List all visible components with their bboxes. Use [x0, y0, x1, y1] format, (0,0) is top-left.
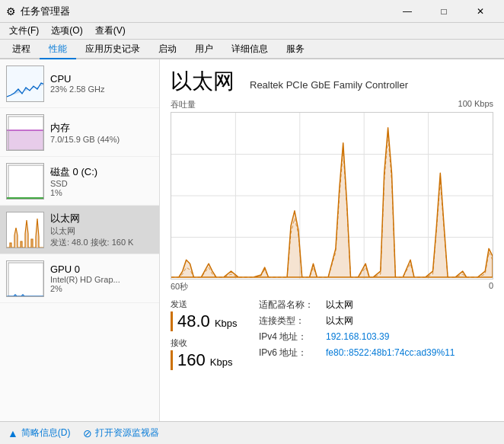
ipv4-row: IPv4 地址： 192.168.103.39: [259, 331, 493, 343]
ethernet-detail2: 发送: 48.0 接收: 160 K: [50, 237, 153, 248]
content-area: CPU 23% 2.58 GHz 内存 7.0/15.9 GB (44%): [0, 59, 504, 421]
collapse-link[interactable]: ▲ 简略信息(D): [8, 426, 71, 439]
monitor-icon: ⊘: [83, 427, 92, 439]
collapse-label: 简略信息(D): [21, 426, 71, 439]
gpu-mini-chart: [6, 260, 44, 297]
menu-file[interactable]: 文件(F): [3, 23, 45, 39]
tab-app-history[interactable]: 应用历史记录: [76, 40, 149, 59]
tabs-bar: 进程 性能 应用历史记录 启动 用户 详细信息 服务: [0, 40, 504, 59]
stats-column: 发送 48.0 Kbps 接收 160 Kbps: [171, 299, 247, 370]
ethernet-label: 以太网: [50, 212, 153, 225]
recv-label: 接收: [171, 337, 247, 349]
disk-detail2: 1%: [50, 188, 153, 197]
chart-time-right: 0: [489, 281, 493, 292]
adapter-name-row: 适配器名称： 以太网: [259, 299, 493, 311]
collapse-icon: ▲: [8, 427, 18, 439]
ipv6-row: IPv6 地址： fe80::8522:48b1:74cc:ad39%11: [259, 347, 493, 359]
disk-info: 磁盘 0 (C:) SSD 1%: [50, 165, 153, 197]
tab-services[interactable]: 服务: [277, 40, 314, 59]
cpu-info: CPU 23% 2.58 GHz: [50, 73, 153, 94]
bottom-bar: ▲ 简略信息(D) ⊘ 打开资源监视器: [0, 421, 504, 444]
stats-info-row: 发送 48.0 Kbps 接收 160 Kbps 适配器名称：: [171, 299, 493, 370]
sidebar-item-disk[interactable]: 磁盘 0 (C:) SSD 1%: [0, 157, 159, 206]
conn-type-row: 连接类型： 以太网: [259, 315, 493, 327]
chart-label-row: 吞吐量 100 Kbps: [171, 99, 493, 110]
tab-startup[interactable]: 启动: [149, 40, 186, 59]
menu-bar: 文件(F) 选项(O) 查看(V): [0, 23, 504, 40]
memory-label: 内存: [50, 121, 153, 135]
sidebar-item-cpu[interactable]: CPU 23% 2.58 GHz: [0, 59, 159, 108]
disk-detail1: SSD: [50, 179, 153, 188]
disk-label: 磁盘 0 (C:): [50, 165, 153, 179]
network-chart: [171, 112, 493, 279]
tab-users[interactable]: 用户: [186, 40, 222, 59]
send-value: 48.0 Kbps: [171, 311, 247, 331]
chart-time-row: 60秒 0: [171, 281, 493, 292]
memory-info: 内存 7.0/15.9 GB (44%): [50, 121, 153, 144]
conn-type-key: 连接类型：: [259, 315, 320, 327]
main-title: 以太网: [171, 67, 234, 96]
info-table: 适配器名称： 以太网 连接类型： 以太网 IPv4 地址： 192.168.10…: [259, 299, 493, 370]
recv-stat: 接收 160 Kbps: [171, 337, 247, 370]
sidebar-item-ethernet[interactable]: 以太网 以太网 发送: 48.0 接收: 160 K: [0, 206, 159, 254]
ethernet-mini-chart: [6, 212, 44, 248]
menu-view[interactable]: 查看(V): [89, 23, 132, 39]
send-label: 发送: [171, 299, 247, 310]
svg-rect-1: [7, 66, 44, 102]
cpu-detail: 23% 2.58 GHz: [50, 85, 153, 94]
svg-rect-8: [7, 197, 44, 200]
memory-mini-chart: [6, 114, 44, 151]
ethernet-info: 以太网 以太网 发送: 48.0 接收: 160 K: [50, 212, 153, 248]
title-controls: — □ ✕: [390, 3, 498, 20]
gpu-detail1: Intel(R) HD Grap...: [50, 275, 153, 284]
ipv4-val: 192.168.103.39: [326, 331, 389, 342]
main-panel: 以太网 Realtek PCIe GbE Family Controller 吞…: [160, 59, 504, 421]
menu-options[interactable]: 选项(O): [45, 23, 88, 39]
title-bar: ⚙ 任务管理器 — □ ✕: [0, 0, 504, 23]
chart-label-right: 100 Kbps: [458, 99, 493, 110]
monitor-link[interactable]: ⊘ 打开资源监视器: [83, 426, 159, 439]
chart-label-left: 吞吐量: [171, 99, 196, 110]
disk-mini-chart: [6, 163, 44, 200]
gpu-info: GPU 0 Intel(R) HD Grap... 2%: [50, 264, 153, 293]
maximize-button[interactable]: □: [426, 3, 461, 20]
ipv4-key: IPv4 地址：: [259, 331, 320, 343]
svg-rect-6: [7, 164, 44, 200]
tab-performance[interactable]: 性能: [40, 40, 76, 59]
conn-type-val: 以太网: [326, 315, 353, 327]
ipv6-val: fe80::8522:48b1:74cc:ad39%11: [326, 347, 455, 358]
window-title: 任务管理器: [21, 5, 70, 18]
app-icon: ⚙: [6, 5, 16, 18]
svg-rect-3: [7, 130, 44, 151]
recv-value: 160 Kbps: [171, 350, 247, 370]
sidebar-item-memory[interactable]: 内存 7.0/15.9 GB (44%): [0, 108, 159, 157]
send-stat: 发送 48.0 Kbps: [171, 299, 247, 331]
close-button[interactable]: ✕: [463, 3, 498, 20]
title-bar-left: ⚙ 任务管理器: [6, 5, 70, 18]
minimize-button[interactable]: —: [390, 3, 425, 20]
memory-detail: 7.0/15.9 GB (44%): [50, 135, 153, 144]
tab-process[interactable]: 进程: [3, 40, 40, 59]
tab-details[interactable]: 详细信息: [222, 40, 277, 59]
adapter-name-key: 适配器名称：: [259, 299, 320, 311]
sidebar-item-gpu[interactable]: GPU 0 Intel(R) HD Grap... 2%: [0, 254, 159, 303]
main-header: 以太网 Realtek PCIe GbE Family Controller: [171, 67, 493, 96]
gpu-label: GPU 0: [50, 264, 153, 275]
sidebar: CPU 23% 2.58 GHz 内存 7.0/15.9 GB (44%): [0, 59, 160, 421]
main-subtitle: Realtek PCIe GbE Family Controller: [250, 79, 408, 91]
svg-marker-19: [171, 128, 493, 277]
gpu-detail2: 2%: [50, 284, 153, 293]
cpu-label: CPU: [50, 73, 153, 85]
ipv6-key: IPv6 地址：: [259, 347, 320, 359]
cpu-mini-chart: [6, 65, 44, 102]
adapter-name-val: 以太网: [326, 299, 353, 311]
monitor-label: 打开资源监视器: [95, 426, 159, 439]
ethernet-detail1: 以太网: [50, 225, 153, 237]
svg-rect-10: [7, 261, 44, 297]
chart-time-left: 60秒: [171, 281, 188, 292]
